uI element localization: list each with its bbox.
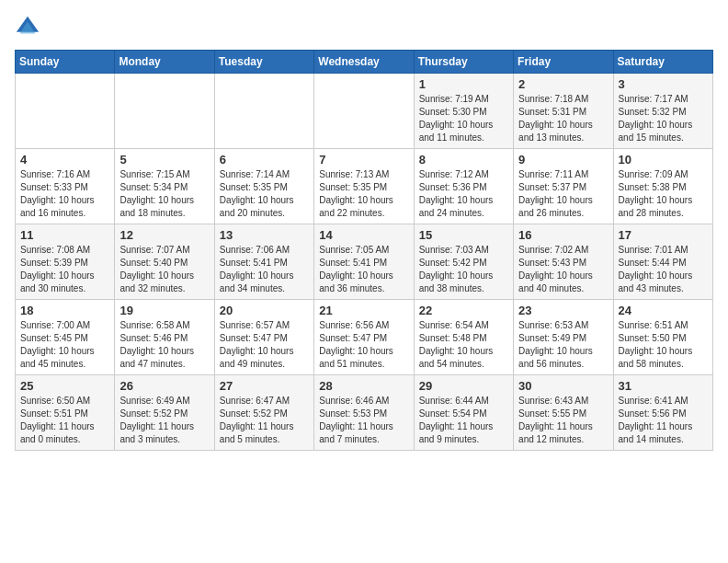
day-number: 8 [419, 153, 508, 167]
weekday-header-friday: Friday [514, 51, 613, 74]
weekday-header-wednesday: Wednesday [314, 51, 414, 74]
page-header [15, 15, 713, 40]
weekday-header-thursday: Thursday [414, 51, 513, 74]
day-info: Sunrise: 6:58 AM Sunset: 5:46 PM Dayligh… [119, 319, 209, 371]
day-info: Sunrise: 7:13 AM Sunset: 5:35 PM Dayligh… [319, 168, 408, 220]
day-number: 6 [220, 153, 309, 167]
calendar-cell: 10Sunrise: 7:09 AM Sunset: 5:38 PM Dayli… [613, 149, 712, 224]
day-number: 25 [20, 379, 109, 393]
calendar-cell: 8Sunrise: 7:12 AM Sunset: 5:36 PM Daylig… [414, 149, 513, 224]
day-info: Sunrise: 7:11 AM Sunset: 5:37 PM Dayligh… [518, 168, 608, 220]
weekday-header-sunday: Sunday [16, 51, 115, 74]
day-info: Sunrise: 7:19 AM Sunset: 5:30 PM Dayligh… [419, 93, 508, 144]
calendar-cell: 20Sunrise: 6:57 AM Sunset: 5:47 PM Dayli… [214, 300, 313, 375]
day-info: Sunrise: 6:44 AM Sunset: 5:54 PM Dayligh… [419, 395, 508, 446]
calendar-cell: 4Sunrise: 7:16 AM Sunset: 5:33 PM Daylig… [16, 149, 115, 224]
calendar-cell: 1Sunrise: 7:19 AM Sunset: 5:30 PM Daylig… [414, 74, 513, 149]
day-number: 16 [518, 228, 608, 242]
day-info: Sunrise: 6:43 AM Sunset: 5:55 PM Dayligh… [518, 395, 608, 446]
day-info: Sunrise: 7:01 AM Sunset: 5:44 PM Dayligh… [619, 244, 708, 295]
day-number: 5 [119, 153, 209, 167]
calendar-cell: 7Sunrise: 7:13 AM Sunset: 5:35 PM Daylig… [314, 149, 414, 224]
calendar-cell: 19Sunrise: 6:58 AM Sunset: 5:46 PM Dayli… [115, 300, 214, 375]
day-info: Sunrise: 6:47 AM Sunset: 5:52 PM Dayligh… [220, 395, 309, 446]
calendar-cell [314, 74, 414, 149]
day-info: Sunrise: 7:07 AM Sunset: 5:40 PM Dayligh… [119, 244, 209, 295]
day-info: Sunrise: 6:50 AM Sunset: 5:51 PM Dayligh… [20, 395, 109, 446]
day-info: Sunrise: 7:16 AM Sunset: 5:33 PM Dayligh… [20, 168, 109, 220]
calendar-cell: 12Sunrise: 7:07 AM Sunset: 5:40 PM Dayli… [115, 224, 214, 300]
day-number: 22 [419, 304, 508, 317]
day-info: Sunrise: 6:57 AM Sunset: 5:47 PM Dayligh… [220, 319, 309, 371]
day-info: Sunrise: 7:18 AM Sunset: 5:31 PM Dayligh… [518, 93, 608, 144]
calendar-cell: 22Sunrise: 6:54 AM Sunset: 5:48 PM Dayli… [414, 300, 513, 375]
calendar-week-row: 25Sunrise: 6:50 AM Sunset: 5:51 PM Dayli… [16, 375, 713, 451]
day-number: 12 [119, 228, 209, 242]
day-info: Sunrise: 6:53 AM Sunset: 5:49 PM Dayligh… [518, 319, 608, 371]
day-info: Sunrise: 7:00 AM Sunset: 5:45 PM Dayligh… [20, 319, 109, 371]
day-info: Sunrise: 7:02 AM Sunset: 5:43 PM Dayligh… [518, 244, 608, 295]
day-number: 24 [619, 304, 708, 317]
day-number: 14 [319, 228, 408, 242]
day-number: 20 [220, 304, 309, 317]
calendar-week-row: 18Sunrise: 7:00 AM Sunset: 5:45 PM Dayli… [16, 300, 713, 375]
day-info: Sunrise: 6:41 AM Sunset: 5:56 PM Dayligh… [619, 395, 708, 446]
day-number: 11 [20, 228, 109, 242]
day-info: Sunrise: 6:56 AM Sunset: 5:47 PM Dayligh… [319, 319, 408, 371]
day-info: Sunrise: 7:09 AM Sunset: 5:38 PM Dayligh… [619, 168, 708, 220]
calendar-cell: 21Sunrise: 6:56 AM Sunset: 5:47 PM Dayli… [314, 300, 414, 375]
day-number: 31 [619, 379, 708, 393]
day-info: Sunrise: 7:05 AM Sunset: 5:41 PM Dayligh… [319, 244, 408, 295]
day-number: 3 [619, 77, 708, 91]
weekday-header-tuesday: Tuesday [214, 51, 313, 74]
calendar-cell: 25Sunrise: 6:50 AM Sunset: 5:51 PM Dayli… [16, 375, 115, 451]
day-number: 21 [319, 304, 408, 317]
weekday-header-saturday: Saturday [613, 51, 712, 74]
day-number: 17 [619, 228, 708, 242]
calendar-cell [16, 74, 115, 149]
calendar-cell [214, 74, 313, 149]
day-info: Sunrise: 7:08 AM Sunset: 5:39 PM Dayligh… [20, 244, 109, 295]
calendar-cell: 23Sunrise: 6:53 AM Sunset: 5:49 PM Dayli… [514, 300, 613, 375]
day-info: Sunrise: 7:15 AM Sunset: 5:34 PM Dayligh… [119, 168, 209, 220]
calendar-cell: 11Sunrise: 7:08 AM Sunset: 5:39 PM Dayli… [16, 224, 115, 300]
day-number: 29 [419, 379, 508, 393]
day-number: 28 [319, 379, 408, 393]
calendar-cell: 30Sunrise: 6:43 AM Sunset: 5:55 PM Dayli… [514, 375, 613, 451]
day-number: 18 [20, 304, 109, 317]
day-info: Sunrise: 6:46 AM Sunset: 5:53 PM Dayligh… [319, 395, 408, 446]
day-number: 27 [220, 379, 309, 393]
calendar-cell: 5Sunrise: 7:15 AM Sunset: 5:34 PM Daylig… [115, 149, 214, 224]
calendar-cell: 26Sunrise: 6:49 AM Sunset: 5:52 PM Dayli… [115, 375, 214, 451]
day-number: 2 [518, 77, 608, 91]
logo [15, 15, 44, 40]
day-info: Sunrise: 6:51 AM Sunset: 5:50 PM Dayligh… [619, 319, 708, 371]
calendar-cell: 14Sunrise: 7:05 AM Sunset: 5:41 PM Dayli… [314, 224, 414, 300]
weekday-header-row: SundayMondayTuesdayWednesdayThursdayFrid… [16, 51, 713, 74]
calendar-cell: 18Sunrise: 7:00 AM Sunset: 5:45 PM Dayli… [16, 300, 115, 375]
day-info: Sunrise: 6:54 AM Sunset: 5:48 PM Dayligh… [419, 319, 508, 371]
calendar-cell: 2Sunrise: 7:18 AM Sunset: 5:31 PM Daylig… [514, 74, 613, 149]
calendar-week-row: 4Sunrise: 7:16 AM Sunset: 5:33 PM Daylig… [16, 149, 713, 224]
calendar-week-row: 1Sunrise: 7:19 AM Sunset: 5:30 PM Daylig… [16, 74, 713, 149]
day-info: Sunrise: 7:06 AM Sunset: 5:41 PM Dayligh… [220, 244, 309, 295]
calendar-cell: 17Sunrise: 7:01 AM Sunset: 5:44 PM Dayli… [613, 224, 712, 300]
day-info: Sunrise: 7:03 AM Sunset: 5:42 PM Dayligh… [419, 244, 508, 295]
day-number: 7 [319, 153, 408, 167]
calendar-cell: 27Sunrise: 6:47 AM Sunset: 5:52 PM Dayli… [214, 375, 313, 451]
calendar-cell: 15Sunrise: 7:03 AM Sunset: 5:42 PM Dayli… [414, 224, 513, 300]
weekday-header-monday: Monday [115, 51, 214, 74]
day-number: 13 [220, 228, 309, 242]
calendar-cell: 3Sunrise: 7:17 AM Sunset: 5:32 PM Daylig… [613, 74, 712, 149]
calendar-cell: 9Sunrise: 7:11 AM Sunset: 5:37 PM Daylig… [514, 149, 613, 224]
calendar-cell: 13Sunrise: 7:06 AM Sunset: 5:41 PM Dayli… [214, 224, 313, 300]
calendar-cell: 28Sunrise: 6:46 AM Sunset: 5:53 PM Dayli… [314, 375, 414, 451]
calendar-cell: 24Sunrise: 6:51 AM Sunset: 5:50 PM Dayli… [613, 300, 712, 375]
calendar-cell [115, 74, 214, 149]
day-number: 30 [518, 379, 608, 393]
calendar-table: SundayMondayTuesdayWednesdayThursdayFrid… [15, 50, 713, 451]
calendar-cell: 6Sunrise: 7:14 AM Sunset: 5:35 PM Daylig… [214, 149, 313, 224]
day-number: 9 [518, 153, 608, 167]
calendar-cell: 31Sunrise: 6:41 AM Sunset: 5:56 PM Dayli… [613, 375, 712, 451]
day-info: Sunrise: 7:12 AM Sunset: 5:36 PM Dayligh… [419, 168, 508, 220]
